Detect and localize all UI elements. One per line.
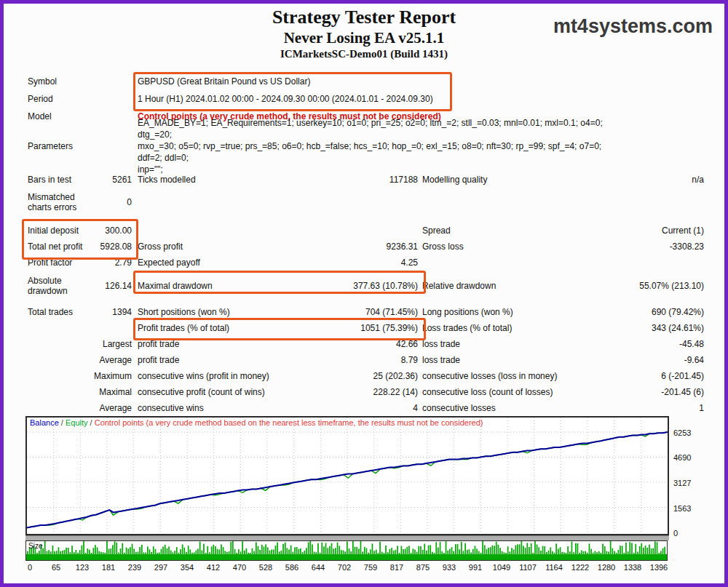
stat-label: Gross loss	[422, 241, 464, 252]
y-axis-tick: 6253	[673, 428, 691, 437]
stat-label: consecutive losses (loss in money)	[422, 371, 557, 381]
stats-row-average-consecutive: Average consecutive wins4 consecutive lo…	[4, 400, 724, 416]
legend-model-note: Control points (a very crude method base…	[95, 418, 483, 427]
x-axis-tick: 1280	[598, 563, 615, 572]
watermark-site-name: mt4systems.com	[553, 15, 713, 38]
stat-value: Maximum	[94, 371, 132, 381]
stat-label: Spread	[422, 225, 451, 236]
stats-row-largest-trade: Largest profit trade42.66 loss trade-45.…	[4, 336, 724, 352]
stat-value: 117188	[389, 175, 418, 185]
x-axis-tick: 297	[154, 563, 167, 572]
stat-label: consecutive losses	[422, 403, 496, 413]
stat-value: Largest	[103, 339, 132, 349]
stat-value: 1394	[112, 307, 132, 317]
x-axis-tick: 1049	[493, 563, 510, 572]
x-axis-tick: 875	[416, 563, 430, 572]
stat-value: 2.79	[115, 257, 132, 268]
stat-label: Short positions (won %)	[138, 307, 230, 317]
x-axis-tick: 1338	[624, 563, 641, 572]
stat-label: Ticks modelled	[138, 175, 196, 185]
stat-value: 4.25	[401, 257, 418, 268]
stat-value: 8.79	[401, 355, 418, 365]
stat-label: Gross profit	[138, 241, 183, 252]
stats-row-average-trade: Average profit trade8.79 loss trade-9.64	[4, 352, 724, 368]
x-axis-tick: 0	[28, 563, 32, 572]
stat-value: Average	[100, 355, 132, 365]
stat-value: 343 (24.61%)	[652, 323, 704, 333]
stat-label: Total trades	[28, 307, 73, 317]
report-table: Symbol GBPUSD (Great Britain Pound vs US…	[4, 73, 724, 416]
stats-row-profit-trades: Profit trades (% of total)1051 (75.39%) …	[4, 320, 724, 336]
stat-label: Relative drawdown	[422, 281, 496, 291]
parameters-value: EA_MADE_BY=1; EA_Requirements=1; userkey…	[138, 117, 618, 175]
stat-value: 704 (71.45%)	[365, 307, 418, 317]
size-chart-svg	[26, 541, 667, 560]
symbol-label: Symbol	[28, 76, 57, 87]
stat-label: consecutive wins (profit in money)	[138, 371, 269, 381]
x-axis-tick: 759	[364, 563, 377, 572]
stats-row-maximum-consecutive: Maximum consecutive wins (profit in mone…	[4, 368, 724, 384]
chart-legend: Balance / Equity / Control points (a ver…	[30, 418, 483, 427]
stat-value: 55.07% (213.10)	[639, 281, 704, 291]
y-axis-labels: 62534690312715630	[673, 416, 708, 535]
stat-value: 1051 (75.39%)	[360, 323, 418, 333]
balance-chart-block: Balance / Equity / Control points (a ver…	[25, 416, 710, 574]
stat-label: Expected payoff	[138, 257, 200, 268]
x-axis-tick: 644	[312, 563, 325, 572]
x-axis-tick: 354	[181, 563, 194, 572]
symbol-value: GBPUSD (Great Britain Pound vs US Dollar…	[138, 76, 310, 87]
stat-value: -3308.23	[670, 241, 704, 252]
stat-label: Profit factor	[28, 257, 72, 268]
info-row-symbol: Symbol GBPUSD (Great Britain Pound vs US…	[4, 73, 724, 90]
stats-row-maximal-consecutive: Maximal consecutive profit (count of win…	[4, 384, 724, 400]
x-axis-tick: 470	[233, 563, 246, 572]
info-row-parameters: Parameters EA_MADE_BY=1; EA_Requirements…	[4, 125, 724, 167]
strategy-tester-report-page: Strategy Tester Report Never Losing EA v…	[0, 0, 728, 587]
stat-label: Bars in test	[28, 175, 71, 185]
stat-value: 4	[413, 403, 418, 413]
stat-value: 690 (79.42%)	[652, 307, 704, 317]
x-axis-tick: 1164	[545, 563, 563, 572]
period-value: 1 Hour (H1) 2024.01.02 00:00 - 2024.09.3…	[138, 94, 433, 104]
x-axis-tick: 933	[443, 563, 456, 572]
x-axis-tick: 1396	[650, 563, 668, 572]
x-axis-tick: 1222	[571, 563, 589, 572]
stat-label: Maximal drawdown	[138, 281, 213, 291]
x-axis-tick: 528	[259, 563, 272, 572]
stat-label: consecutive loss (count of losses)	[422, 387, 553, 397]
server-build-line: ICMarketsSC-Demo01 (Build 1431)	[4, 47, 724, 60]
stat-value: 42.66	[396, 339, 418, 349]
parameters-label: Parameters	[28, 141, 73, 151]
size-panel-label: Size	[28, 542, 42, 550]
x-axis-tick: 65	[52, 563, 60, 572]
stats-row-profit-factor: Profit factor2.79 Expected payoff4.25	[4, 255, 724, 271]
x-axis-tick: 991	[469, 563, 482, 572]
x-axis-tick: 181	[102, 563, 115, 572]
balance-equity-chart: Balance / Equity / Control points (a ver…	[25, 416, 669, 535]
stat-label: profit trade	[138, 355, 179, 365]
stat-label: Loss trades (% of total)	[422, 323, 512, 333]
stat-label: Modelling quality	[422, 175, 487, 185]
stat-value: 228.22 (14)	[373, 387, 418, 397]
size-panel: Size	[25, 540, 668, 561]
stat-label: profit trade	[138, 339, 179, 349]
legend-separator: /	[88, 418, 95, 427]
stat-value: -9.64	[684, 355, 704, 365]
stat-label: loss trade	[422, 339, 460, 349]
stat-value: 0	[127, 197, 132, 207]
stat-label: Long positions (won %)	[422, 307, 513, 317]
x-axis-tick: 1107	[519, 563, 537, 572]
stats-row-initial-deposit: Initial deposit300.00 SpreadCurrent (1)	[4, 223, 724, 239]
stat-label: consecutive wins	[138, 403, 204, 413]
legend-separator: /	[59, 418, 66, 427]
stat-value: 126.14	[105, 281, 132, 291]
period-label: Period	[28, 94, 53, 104]
stats-row-total-net-profit: Total net profit5928.08 Gross profit9236…	[4, 239, 724, 255]
x-axis-tick: 123	[76, 563, 89, 572]
stats-row-drawdown: Absolute drawdown126.14 Maximal drawdown…	[4, 271, 724, 301]
x-axis-tick: 817	[390, 563, 403, 572]
stat-value: 1	[699, 403, 704, 413]
stat-value: -201.45 (6)	[661, 387, 704, 397]
x-axis-tick: 702	[338, 563, 351, 572]
stat-label: Total net profit	[28, 241, 82, 252]
